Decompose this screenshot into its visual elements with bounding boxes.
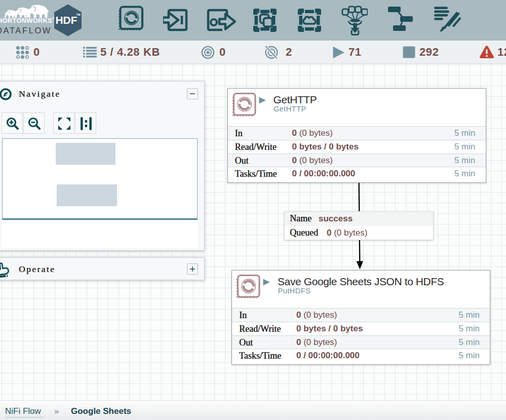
- svg-text:HDF: HDF: [55, 14, 77, 26]
- svg-text:TM: TM: [76, 13, 81, 16]
